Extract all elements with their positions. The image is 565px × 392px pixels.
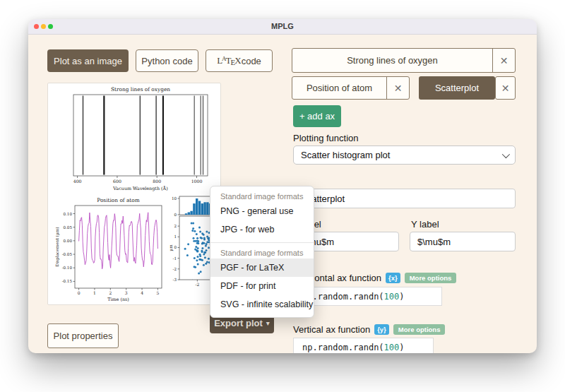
vertical-ax-function-input[interactable]: np.random.randn(100) xyxy=(293,338,434,353)
horizontal-more-options-button[interactable]: More options xyxy=(405,273,457,283)
svg-text:3: 3 xyxy=(125,290,128,295)
latex-code-suffix: code xyxy=(242,56,261,66)
plotting-function-label: Plotting function xyxy=(293,133,359,143)
plot-properties-button[interactable]: Plot properties xyxy=(47,323,119,348)
latex-code-button[interactable]: LATEX code xyxy=(206,49,273,72)
svg-text:Time (ns): Time (ns) xyxy=(107,297,129,302)
svg-text:600: 600 xyxy=(113,179,121,184)
menu-section-header: Standard image formats xyxy=(210,190,314,202)
menu-divider xyxy=(210,242,314,243)
close-ax-strong-lines-button[interactable]: ✕ xyxy=(492,49,515,72)
add-ax-label: + add ax xyxy=(299,111,335,121)
svg-text:0.05: 0.05 xyxy=(64,225,73,230)
plotting-function-value: Scatter histogram plot xyxy=(301,150,390,160)
svg-text:-0.05: -0.05 xyxy=(62,252,73,256)
close-ax-scatterplot-button[interactable]: ✕ xyxy=(495,76,516,100)
plot-as-image-label: Plot as an image xyxy=(54,56,122,66)
horizontal-ax-function-input[interactable]: np.random.randn(100) xyxy=(293,287,442,306)
close-icon: ✕ xyxy=(500,55,509,66)
ax-tab-scatterplot[interactable]: Scatterplot ✕ xyxy=(419,76,516,100)
vertical-ax-function-label: Vertical ax function xyxy=(293,324,370,335)
plot-as-image-button[interactable]: Plot as an image xyxy=(47,49,129,72)
chevron-down-icon xyxy=(502,150,510,158)
export-menu: Standard image formatsPNG - general useJ… xyxy=(210,186,314,318)
close-icon: ✕ xyxy=(394,83,403,94)
vertical-more-options-button[interactable]: More options xyxy=(393,324,446,335)
menu-item-pgf[interactable]: PGF - for LaTeX xyxy=(210,259,314,277)
svg-text:5: 5 xyxy=(156,290,159,295)
plotting-function-select[interactable]: Scatter histogram plot xyxy=(293,145,516,165)
figure-preview: Strong lines of oxygen4006008001000Vacuu… xyxy=(48,83,220,304)
latex-logo: LATEX xyxy=(217,55,242,66)
plot-properties-label: Plot properties xyxy=(54,331,113,341)
horizontal-ax-function-row: Horizontal ax function {x} More options xyxy=(293,273,456,283)
y-label-value: $\mu$m xyxy=(417,237,451,247)
ax-tab-position-label: Position of atom xyxy=(292,77,386,99)
svg-text:Displacement (µm): Displacement (µm) xyxy=(55,227,60,267)
svg-text:1000: 1000 xyxy=(191,179,203,184)
menu-item-pdf[interactable]: PDF - for print xyxy=(210,277,314,295)
vertical-code: np.random.randn(100) xyxy=(302,343,405,352)
titlebar: MPLG xyxy=(28,19,537,35)
svg-text:800: 800 xyxy=(153,179,161,184)
menu-item-jpg[interactable]: JPG - for web xyxy=(210,220,314,239)
y-label-input[interactable]: $\mu$m xyxy=(410,232,516,251)
ax-tab-strong-lines-label: Strong lines of oxygen xyxy=(292,49,492,72)
caret-down-icon: ▾ xyxy=(266,319,270,327)
svg-text:4: 4 xyxy=(141,290,143,295)
menu-item-svg[interactable]: SVG - infinite scalability xyxy=(210,295,314,314)
ax-tab-position-of-atom[interactable]: Position of atom ✕ xyxy=(292,76,410,100)
ax-tab-scatterplot-label: Scatterplot xyxy=(419,76,495,100)
svg-text:0.00: 0.00 xyxy=(64,239,73,243)
svg-text:Position of atom: Position of atom xyxy=(97,197,140,203)
python-code-label: Python code xyxy=(141,56,192,66)
vertical-ax-function-row: Vertical ax function {y} More options xyxy=(293,324,445,335)
svg-text:1: 1 xyxy=(93,290,96,295)
svg-text:10: 10 xyxy=(172,196,177,201)
y-variable-badge: {y} xyxy=(374,324,389,335)
svg-text:0.10: 0.10 xyxy=(64,212,73,216)
svg-text:0: 0 xyxy=(174,213,177,217)
svg-text:1: 1 xyxy=(174,234,177,239)
svg-text:-0.15: -0.15 xyxy=(62,279,73,283)
menu-section-header: Standard image formats xyxy=(210,247,314,259)
svg-text:-2: -2 xyxy=(173,267,177,271)
ax-tab-strong-lines[interactable]: Strong lines of oxygen ✕ xyxy=(292,48,516,73)
svg-text:2: 2 xyxy=(109,290,112,295)
svg-text:-0.10: -0.10 xyxy=(62,266,73,270)
svg-text:0: 0 xyxy=(174,245,177,249)
svg-text:-1: -1 xyxy=(173,256,177,261)
svg-text:400: 400 xyxy=(73,179,82,184)
y-label-label: Y label xyxy=(411,219,439,230)
add-ax-button[interactable]: + add ax xyxy=(293,105,341,127)
horizontal-code: np.random.randn(100) xyxy=(302,292,405,302)
svg-text:µm: µm xyxy=(169,244,174,251)
close-icon: ✕ xyxy=(501,83,510,94)
svg-text:-2: -2 xyxy=(195,282,199,287)
svg-text:2: 2 xyxy=(174,224,177,228)
menu-item-png[interactable]: PNG - general use xyxy=(210,202,314,220)
app-window: MPLG Plot as an image Python code LATEX … xyxy=(28,19,537,353)
svg-text:Vacuum Wavelength (Å): Vacuum Wavelength (Å) xyxy=(112,186,167,191)
x-variable-badge: {x} xyxy=(386,273,400,283)
svg-text:Strong lines of oxygen: Strong lines of oxygen xyxy=(111,86,170,93)
window-title: MPLG xyxy=(28,22,537,30)
close-ax-position-button[interactable]: ✕ xyxy=(386,77,409,99)
svg-text:-3: -3 xyxy=(173,278,177,282)
export-plot-label: Export plot xyxy=(214,318,263,328)
svg-text:0: 0 xyxy=(78,290,81,295)
python-code-button[interactable]: Python code xyxy=(136,49,198,72)
figure-panel: Strong lines of oxygen4006008001000Vacuu… xyxy=(47,83,221,305)
ax-title-input[interactable]: Scatterplot xyxy=(293,189,516,208)
